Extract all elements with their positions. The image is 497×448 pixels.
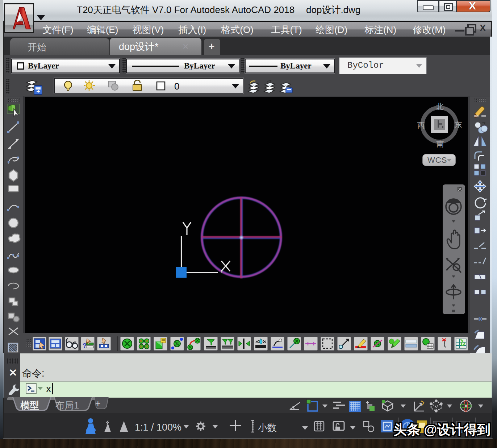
svg-text:1:1 / 100%: 1:1 / 100% xyxy=(135,422,181,433)
svg-text:南: 南 xyxy=(437,140,444,148)
svg-text:?: ? xyxy=(83,342,87,349)
svg-text:东: 东 xyxy=(455,120,462,129)
svg-text:西: 西 xyxy=(417,121,425,129)
svg-text:北: 北 xyxy=(436,102,444,111)
